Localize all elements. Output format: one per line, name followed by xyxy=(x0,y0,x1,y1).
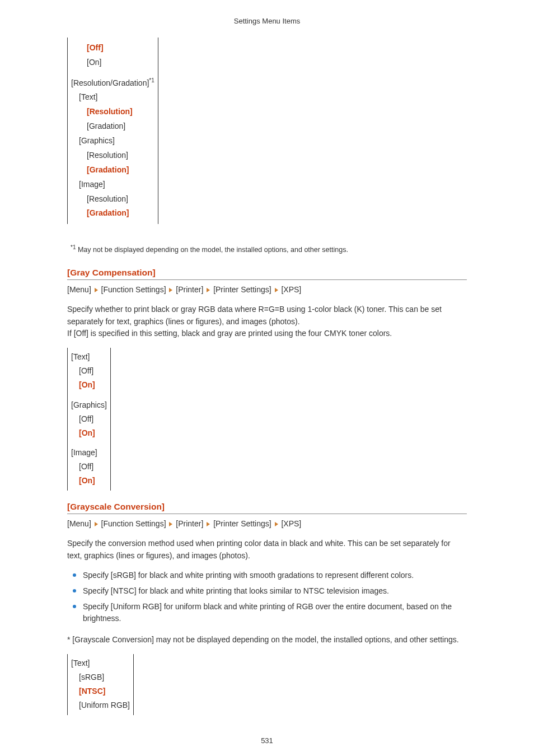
chevron-right-icon xyxy=(168,521,174,527)
group-label-text: [Text] xyxy=(71,350,107,364)
chevron-right-icon xyxy=(93,287,99,293)
paragraph-text: Specify whether to print black or gray R… xyxy=(67,305,442,326)
group-label-text: [Text] xyxy=(71,656,130,670)
group-label-text: [Text] xyxy=(71,90,154,105)
settings-box-resolution-gradation: [Off] [On] [Resolution/Gradation]*1 [Tex… xyxy=(67,38,158,224)
svg-marker-5 xyxy=(169,522,172,526)
setting-resolution-gradation-heading: [Resolution/Gradation]*1 xyxy=(71,76,154,91)
section-heading-gray-compensation: [Gray Compensation] xyxy=(67,268,467,280)
option-gradation: [Gradation] xyxy=(71,206,154,221)
breadcrumb-item: [Menu] xyxy=(67,519,91,528)
footnote-1: *1 May not be displayed depending on the… xyxy=(71,244,467,254)
setting-heading-text: [Resolution/Gradation] xyxy=(71,78,149,87)
footnote-ref: *1 xyxy=(149,77,154,83)
section-heading-grayscale-conversion: [Grayscale Conversion] xyxy=(67,502,467,514)
svg-marker-1 xyxy=(169,288,172,292)
svg-marker-2 xyxy=(207,288,210,292)
grayscale-bullet-list: Specify [sRGB] for black and white print… xyxy=(73,570,467,625)
option-srgb: [sRGB] xyxy=(71,670,130,684)
chevron-right-icon xyxy=(205,287,211,293)
group-label-graphics: [Graphics] xyxy=(71,398,107,412)
breadcrumb-item: [Printer] xyxy=(176,285,203,294)
gray-comp-description: Specify whether to print black or gray R… xyxy=(67,304,467,340)
svg-marker-7 xyxy=(275,522,278,526)
grayscale-description: Specify the conversion method used when … xyxy=(67,538,467,562)
option-on: [On] xyxy=(71,55,154,70)
group-label-graphics: [Graphics] xyxy=(71,134,154,148)
list-item: Specify [sRGB] for black and white print… xyxy=(73,570,467,582)
option-resolution: [Resolution] xyxy=(71,105,154,119)
settings-box-gray-compensation: [Text] [Off] [On] [Graphics] [Off] [On] … xyxy=(67,348,111,491)
list-item: Specify [NTSC] for black and white print… xyxy=(73,585,467,598)
group-label-image: [Image] xyxy=(71,178,154,192)
option-off: [Off] xyxy=(71,364,107,378)
option-resolution: [Resolution] xyxy=(71,192,154,207)
group-label-image: [Image] xyxy=(71,446,107,460)
grayscale-note: * [Grayscale Conversion] may not be disp… xyxy=(67,634,467,646)
paragraph-text: If [Off] is specified in this setting, b… xyxy=(67,329,392,338)
footnote-text: May not be displayed depending on the mo… xyxy=(76,246,348,254)
svg-marker-6 xyxy=(207,522,210,526)
chevron-right-icon xyxy=(93,521,99,527)
option-on: [On] xyxy=(71,474,107,488)
breadcrumb-item: [Function Settings] xyxy=(101,519,166,528)
svg-marker-0 xyxy=(95,288,98,292)
breadcrumb-gray-compensation: [Menu] [Function Settings] [Printer] [Pr… xyxy=(67,283,467,296)
option-off: [Off] xyxy=(71,41,154,55)
chevron-right-icon xyxy=(205,521,211,527)
chevron-right-icon xyxy=(168,287,174,293)
chevron-right-icon xyxy=(274,287,279,293)
breadcrumb-item: [Function Settings] xyxy=(101,285,166,294)
option-off: [Off] xyxy=(71,460,107,474)
breadcrumb-item: [Menu] xyxy=(67,285,91,294)
svg-marker-4 xyxy=(95,522,98,526)
option-gradation: [Gradation] xyxy=(71,119,154,134)
option-on: [On] xyxy=(71,426,107,440)
breadcrumb-item: [Printer Settings] xyxy=(213,519,271,528)
breadcrumb-item: [XPS] xyxy=(281,285,301,294)
breadcrumb-item: [Printer Settings] xyxy=(213,285,271,294)
breadcrumb-item: [Printer] xyxy=(176,519,203,528)
option-ntsc: [NTSC] xyxy=(71,684,130,698)
settings-box-grayscale-conversion: [Text] [sRGB] [NTSC] [Uniform RGB] xyxy=(67,654,134,715)
list-item: Specify [Uniform RGB] for uniform black … xyxy=(73,601,467,625)
option-on: [On] xyxy=(71,378,107,392)
option-off: [Off] xyxy=(71,412,107,426)
breadcrumb-item: [XPS] xyxy=(281,519,301,528)
option-gradation: [Gradation] xyxy=(71,163,154,178)
option-uniform-rgb: [Uniform RGB] xyxy=(71,698,130,712)
option-resolution: [Resolution] xyxy=(71,148,154,163)
page-number: 531 xyxy=(67,736,467,745)
chevron-right-icon xyxy=(274,521,279,527)
page-header-title: Settings Menu Items xyxy=(67,17,467,25)
svg-marker-3 xyxy=(275,288,278,292)
breadcrumb-grayscale-conversion: [Menu] [Function Settings] [Printer] [Pr… xyxy=(67,517,467,530)
